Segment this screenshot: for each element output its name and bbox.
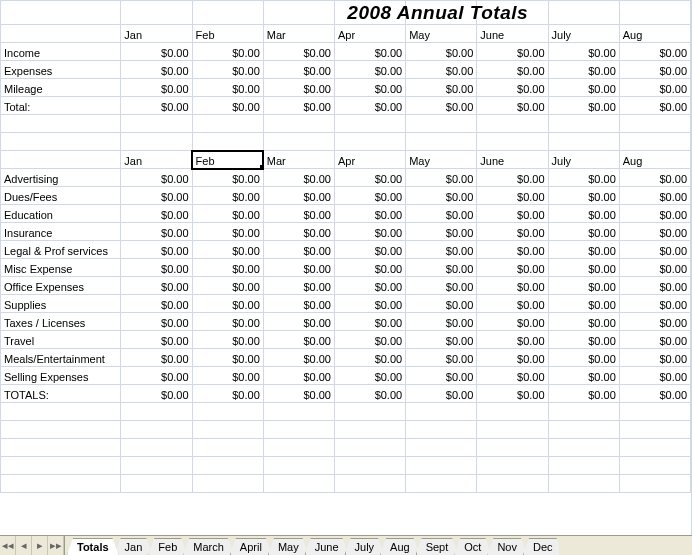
month-header[interactable]: Apr [334, 25, 405, 43]
sheet-tab-july[interactable]: July [345, 538, 385, 555]
month-header[interactable]: Mar [263, 25, 334, 43]
row-label[interactable]: Advertising [1, 169, 121, 187]
value-cell[interactable]: $0.00 [548, 79, 619, 97]
value-cell[interactable]: $0.00 [619, 259, 690, 277]
value-cell[interactable]: $0.00 [334, 349, 405, 367]
value-cell[interactable]: $0.00 [619, 223, 690, 241]
month-header[interactable]: June [477, 151, 548, 169]
sheet-tab-nov[interactable]: Nov [487, 538, 527, 555]
value-cell[interactable]: $0.00 [121, 259, 192, 277]
value-cell[interactable]: $0.00 [263, 43, 334, 61]
value-cell[interactable]: $0.00 [263, 259, 334, 277]
row-label[interactable]: Expenses [1, 61, 121, 79]
value-cell[interactable]: $0.00 [334, 277, 405, 295]
value-cell[interactable]: $0.00 [477, 295, 548, 313]
row-label[interactable]: Mileage [1, 79, 121, 97]
value-cell[interactable]: $0.00 [192, 313, 263, 331]
value-cell[interactable]: $0.00 [263, 79, 334, 97]
sheet-tab-jan[interactable]: Jan [115, 538, 153, 555]
value-cell[interactable]: $0.00 [619, 295, 690, 313]
value-cell[interactable]: $0.00 [548, 313, 619, 331]
value-cell[interactable]: $0.00 [121, 313, 192, 331]
value-cell[interactable]: $0.00 [121, 295, 192, 313]
value-cell[interactable]: $0.00 [121, 241, 192, 259]
value-cell[interactable]: $0.00 [192, 97, 263, 115]
value-cell[interactable]: $0.00 [263, 223, 334, 241]
value-cell[interactable]: $0.00 [334, 295, 405, 313]
value-cell[interactable]: $0.00 [334, 97, 405, 115]
value-cell[interactable]: $0.00 [406, 295, 477, 313]
value-cell[interactable]: $0.00 [121, 277, 192, 295]
value-cell[interactable]: $0.00 [619, 349, 690, 367]
cell[interactable] [1, 25, 121, 43]
value-cell[interactable]: $0.00 [548, 277, 619, 295]
value-cell[interactable]: $0.00 [192, 79, 263, 97]
value-cell[interactable]: $0.00 [619, 241, 690, 259]
value-cell[interactable]: $0.00 [406, 187, 477, 205]
value-cell[interactable]: $0.00 [263, 295, 334, 313]
cell[interactable] [548, 1, 619, 25]
sheet-tab-totals[interactable]: Totals [67, 538, 119, 555]
value-cell[interactable]: $0.00 [548, 331, 619, 349]
value-cell[interactable]: $0.00 [477, 349, 548, 367]
value-cell[interactable]: $0.00 [619, 43, 690, 61]
value-cell[interactable]: $0.00 [192, 367, 263, 385]
value-cell[interactable]: $0.00 [548, 241, 619, 259]
value-cell[interactable]: $0.00 [263, 187, 334, 205]
value-cell[interactable]: $0.00 [263, 331, 334, 349]
value-cell[interactable]: $0.00 [548, 169, 619, 187]
value-cell[interactable]: $0.00 [334, 241, 405, 259]
value-cell[interactable]: $0.00 [619, 385, 690, 403]
value-cell[interactable]: $0.00 [192, 43, 263, 61]
row-label[interactable]: TOTALS: [1, 385, 121, 403]
value-cell[interactable]: $0.00 [121, 187, 192, 205]
value-cell[interactable]: $0.00 [263, 97, 334, 115]
value-cell[interactable]: $0.00 [263, 313, 334, 331]
cell[interactable] [121, 1, 192, 25]
value-cell[interactable]: $0.00 [406, 331, 477, 349]
value-cell[interactable]: $0.00 [406, 61, 477, 79]
value-cell[interactable]: $0.00 [406, 349, 477, 367]
value-cell[interactable]: $0.00 [477, 313, 548, 331]
value-cell[interactable]: $0.00 [477, 43, 548, 61]
cell[interactable] [1, 151, 121, 169]
value-cell[interactable]: $0.00 [406, 97, 477, 115]
value-cell[interactable]: $0.00 [477, 205, 548, 223]
value-cell[interactable]: $0.00 [334, 313, 405, 331]
value-cell[interactable]: $0.00 [263, 205, 334, 223]
value-cell[interactable]: $0.00 [477, 331, 548, 349]
value-cell[interactable]: $0.00 [619, 79, 690, 97]
value-cell[interactable]: $0.00 [121, 385, 192, 403]
row-label[interactable]: Dues/Fees [1, 187, 121, 205]
value-cell[interactable]: $0.00 [406, 277, 477, 295]
cell[interactable] [263, 1, 334, 25]
value-cell[interactable]: $0.00 [477, 385, 548, 403]
month-header[interactable]: Mar [263, 151, 334, 169]
value-cell[interactable]: $0.00 [192, 241, 263, 259]
value-cell[interactable]: $0.00 [619, 277, 690, 295]
value-cell[interactable]: $0.00 [619, 187, 690, 205]
tab-nav-first[interactable]: ◂◂ [0, 536, 16, 555]
value-cell[interactable]: $0.00 [121, 79, 192, 97]
value-cell[interactable]: $0.00 [192, 259, 263, 277]
value-cell[interactable]: $0.00 [477, 277, 548, 295]
value-cell[interactable]: $0.00 [334, 223, 405, 241]
value-cell[interactable]: $0.00 [334, 43, 405, 61]
sheet-tab-aug[interactable]: Aug [380, 538, 420, 555]
value-cell[interactable]: $0.00 [406, 205, 477, 223]
sheet-tab-dec[interactable]: Dec [523, 538, 559, 555]
value-cell[interactable]: $0.00 [121, 349, 192, 367]
row-label[interactable]: Misc Expense [1, 259, 121, 277]
value-cell[interactable]: $0.00 [477, 187, 548, 205]
value-cell[interactable]: $0.00 [121, 331, 192, 349]
value-cell[interactable]: $0.00 [406, 43, 477, 61]
value-cell[interactable]: $0.00 [121, 61, 192, 79]
value-cell[interactable]: $0.00 [548, 205, 619, 223]
spreadsheet-grid[interactable]: 2008 Annual TotalsJanFebMarAprMayJuneJul… [0, 0, 692, 535]
value-cell[interactable]: $0.00 [548, 367, 619, 385]
value-cell[interactable]: $0.00 [121, 205, 192, 223]
value-cell[interactable]: $0.00 [334, 187, 405, 205]
value-cell[interactable]: $0.00 [406, 169, 477, 187]
value-cell[interactable]: $0.00 [477, 367, 548, 385]
value-cell[interactable]: $0.00 [334, 385, 405, 403]
